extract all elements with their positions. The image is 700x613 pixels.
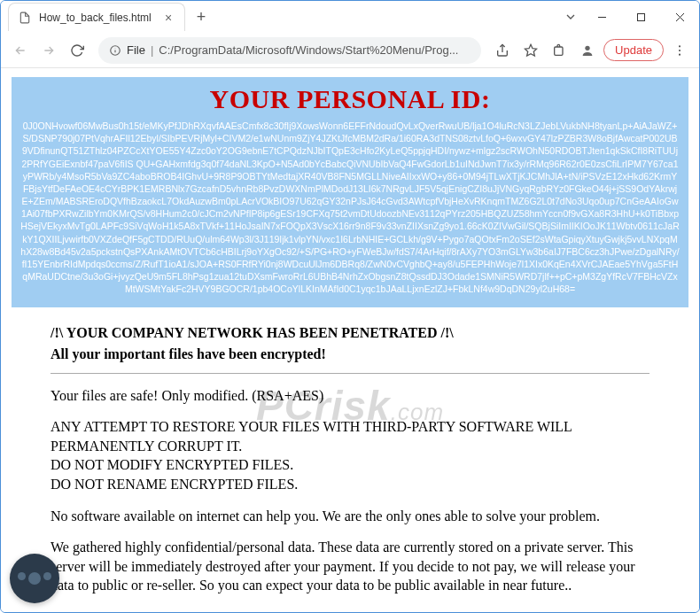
file-icon [18, 11, 32, 25]
badge-dots-icon [18, 572, 51, 585]
close-window-button[interactable] [660, 4, 699, 30]
personal-id-panel: YOUR PERSONAL ID: 0J0ONHvowf06MwBus0h15t… [12, 77, 688, 307]
extensions-button[interactable] [547, 38, 572, 63]
tab-close-icon[interactable]: × [161, 11, 175, 25]
address-bar[interactable]: File | C:/ProgramData/Microsoft/Windows/… [98, 37, 481, 64]
window-controls [559, 1, 699, 33]
svg-rect-1 [637, 13, 644, 20]
url-text: C:/ProgramData/Microsoft/Windows/Start%2… [159, 43, 471, 57]
svg-rect-9 [555, 47, 563, 55]
penetration-warning: /!\ YOUR COMPANY NETWORK HAS BEEN PENETR… [51, 323, 649, 343]
menu-button[interactable] [667, 38, 692, 63]
url-scheme-label: File [127, 43, 145, 57]
encrypted-warning: All your important files have been encry… [51, 345, 649, 364]
tab-dropdown-icon[interactable] [559, 12, 582, 22]
bookmark-button[interactable] [518, 38, 543, 63]
divider [51, 373, 649, 374]
new-tab-button[interactable]: + [189, 4, 214, 29]
maximize-button[interactable] [621, 4, 660, 30]
page-info-icon[interactable] [109, 44, 121, 57]
svg-marker-8 [525, 44, 536, 56]
update-button[interactable]: Update [603, 39, 664, 61]
page-content: YOUR PERSONAL ID: 0J0ONHvowf06MwBus0h15t… [1, 68, 699, 612]
share-button[interactable] [490, 38, 515, 63]
ransom-note-body: /!\ YOUR COMPANY NETWORK HAS BEEN PENETR… [12, 323, 688, 595]
browser-toolbar: File | C:/ProgramData/Microsoft/Windows/… [1, 33, 699, 68]
svg-point-13 [679, 53, 681, 55]
url-separator: | [151, 43, 153, 57]
corner-badge [10, 554, 59, 603]
personal-id-blob: 0J0ONHvowf06MwBus0h15t/eMKyPfJDhRXqvfAAE… [20, 120, 680, 295]
minimize-button[interactable] [582, 4, 621, 30]
para-gathered-data: We gathered highly confidential/personal… [51, 538, 649, 595]
profile-button[interactable] [575, 38, 600, 63]
svg-point-11 [679, 45, 681, 47]
tab-title: How_to_back_files.html [39, 12, 161, 24]
personal-id-heading: YOUR PERSONAL ID: [20, 84, 680, 114]
para-do-not: ANY ATTEMPT TO RESTORE YOUR FILES WITH T… [51, 417, 649, 493]
reload-button[interactable] [65, 38, 89, 63]
svg-point-12 [679, 49, 681, 50]
window-titlebar: How_to_back_files.html × + [1, 1, 699, 33]
back-button[interactable] [8, 38, 33, 63]
forward-button[interactable] [36, 38, 61, 63]
para-no-software: No software available on internet can he… [51, 507, 649, 526]
browser-tab[interactable]: How_to_back_files.html × [8, 3, 185, 31]
page-viewport: YOUR PERSONAL ID: 0J0ONHvowf06MwBus0h15t… [1, 68, 699, 612]
para-files-safe: Your files are safe! Only modified. (RSA… [51, 386, 649, 406]
svg-point-10 [585, 45, 589, 50]
